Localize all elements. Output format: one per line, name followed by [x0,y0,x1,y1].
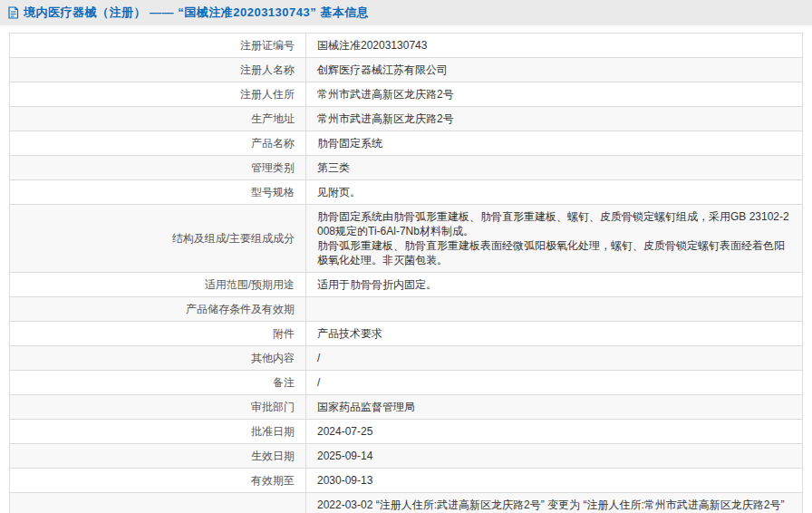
row-label: 生产地址 [10,107,306,131]
row-label: 变更情况 [10,493,306,513]
row-value: 肋骨固定系统由肋骨弧形重建板、肋骨直形重建板、螺钉、皮质骨锁定螺钉组成，采用GB… [306,205,803,273]
row-label-text: 备注 [273,376,295,389]
row-label-text: 型号规格 [251,186,295,198]
table-row: 审批部门国家药品监督管理局 [10,395,803,420]
table-row: 生产地址常州市武进高新区龙庆路2号 [10,107,803,131]
row-value: 创辉医疗器械江苏有限公司 [306,58,803,82]
row-label-text: 结构及组成/主要组成成分 [172,232,295,245]
row-value: / [306,346,803,371]
row-label: 产品储存条件及有效期 [10,297,306,322]
row-value: 2022-03-02 “注册人住所:武进高新区龙庆路2号” 变更为 “注册人住所… [306,493,803,513]
row-value: 2030-09-13 [306,469,803,493]
row-label-text: 附件 [273,327,295,340]
table-row: 附件产品技术要求 [10,322,803,346]
row-label: 注册人名称 [10,58,306,82]
row-label: 适用范围/预期用途 [10,273,306,297]
row-value: 国械注准20203130743 [306,34,803,58]
row-label: 结构及组成/主要组成成分 [10,205,306,273]
row-label: 生效日期 [10,444,306,469]
table-row: 生效日期2025-09-14 [10,444,803,469]
row-value [306,297,803,322]
table-row: 产品名称肋骨固定系统 [10,131,803,156]
row-label-text: 批准日期 [251,425,295,438]
table-row: 注册人住所常州市武进高新区龙庆路2号 [10,82,803,107]
row-label-text: 产品储存条件及有效期 [186,303,295,315]
table-row: 变更情况2022-03-02 “注册人住所:武进高新区龙庆路2号” 变更为 “注… [10,493,803,513]
row-label-text: 适用范围/预期用途 [205,278,295,291]
row-label-text: 其他内容 [251,352,295,364]
table-row: 注册人名称创辉医疗器械江苏有限公司 [10,58,803,82]
table-row: 型号规格见附页。 [10,180,803,205]
row-value: 2025-09-14 [306,444,803,469]
page-title: 境内医疗器械（注册） —— “国械注准20203130743” 基本信息 [24,5,369,21]
row-label-text: 审批部门 [251,401,295,413]
row-label-text: 有效期至 [251,474,295,487]
row-value: 常州市武进高新区龙庆路2号 [306,107,803,131]
document-icon [7,6,19,19]
row-value: 产品技术要求 [306,322,803,346]
row-label: 批准日期 [10,420,306,444]
row-label: 管理类别 [10,156,306,180]
table-row: 有效期至2030-09-13 [10,469,803,493]
row-label: 其他内容 [10,346,306,371]
row-label: 型号规格 [10,180,306,205]
row-label: 附件 [10,322,306,346]
row-label: 有效期至 [10,469,306,493]
row-label-text: 注册人名称 [240,63,295,76]
row-value: 适用于肋骨骨折内固定。 [306,273,803,297]
table-row: 适用范围/预期用途适用于肋骨骨折内固定。 [10,273,803,297]
row-value: 国家药品监督管理局 [306,395,803,420]
row-value: 见附页。 [306,180,803,205]
table-row: 批准日期2024-07-25 [10,420,803,444]
table-row: 其他内容/ [10,346,803,371]
page-header: 境内医疗器械（注册） —— “国械注准20203130743” 基本信息 [0,0,812,25]
row-label-text: 生效日期 [251,450,295,462]
row-value: / [306,371,803,395]
row-label-text: 注册人住所 [240,88,295,101]
row-value: 2024-07-25 [306,420,803,444]
row-label: 注册人住所 [10,82,306,107]
info-table-body: 注册证编号国械注准20203130743注册人名称创辉医疗器械江苏有限公司注册人… [10,34,803,513]
row-label-text: 产品名称 [251,137,295,150]
row-label-text: 管理类别 [251,161,295,174]
row-value: 常州市武进高新区龙庆路2号 [306,82,803,107]
row-label: 审批部门 [10,395,306,420]
row-value: 第三类 [306,156,803,180]
row-value: 肋骨固定系统 [306,131,803,156]
row-label: 备注 [10,371,306,395]
row-label: 产品名称 [10,131,306,156]
row-label-text: 注册证编号 [240,39,295,52]
table-row: 管理类别第三类 [10,156,803,180]
table-row: 结构及组成/主要组成成分肋骨固定系统由肋骨弧形重建板、肋骨直形重建板、螺钉、皮质… [10,205,803,273]
row-label-text: 生产地址 [251,112,295,125]
row-label: 注册证编号 [10,34,306,58]
registration-info-table: 注册证编号国械注准20203130743注册人名称创辉医疗器械江苏有限公司注册人… [9,33,803,513]
table-row: 备注/ [10,371,803,395]
table-row: 注册证编号国械注准20203130743 [10,34,803,58]
table-row: 产品储存条件及有效期 [10,297,803,322]
